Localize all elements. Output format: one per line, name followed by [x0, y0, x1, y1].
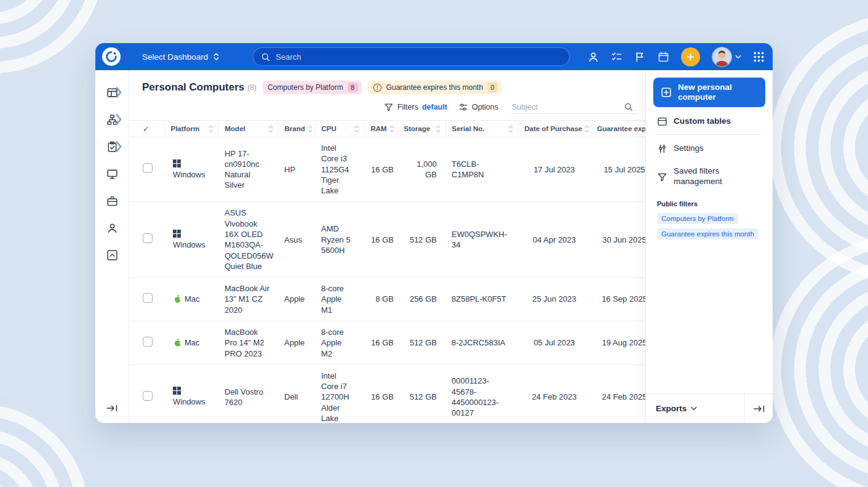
filters-label: Filters — [397, 103, 418, 111]
brand-cell: Apple — [278, 278, 315, 321]
model-cell: MacBook Pro 14" M2 PRO 2023 — [218, 321, 278, 364]
sort-icon — [389, 125, 394, 133]
column-header[interactable]: Model — [218, 121, 278, 137]
chevron-right-icon — [113, 114, 125, 126]
public-filter-chip[interactable]: Computers by Platform — [657, 213, 738, 224]
rail-item-briefcase[interactable] — [95, 187, 129, 214]
ram-cell: 16 GB — [364, 321, 397, 364]
rail-item-tables[interactable] — [95, 79, 129, 106]
custom-tables-item[interactable]: Custom tables — [653, 107, 765, 132]
subject-search-input[interactable] — [512, 103, 620, 111]
brand-cell: HP — [278, 137, 315, 202]
chevron-right-icon — [113, 141, 125, 153]
add-button[interactable] — [681, 47, 700, 66]
settings-item[interactable]: Settings — [653, 137, 765, 159]
background-rings — [0, 391, 102, 487]
model-cell: HP 17-cn0910nc Natural Silver — [218, 137, 278, 202]
rail-item-person[interactable] — [95, 214, 129, 241]
left-rail-items — [95, 79, 129, 268]
logo-icon — [105, 50, 117, 63]
calendar-icon[interactable] — [658, 51, 669, 63]
brand-cell: Apple — [278, 321, 315, 364]
storage-cell: 512 GB — [397, 202, 445, 278]
serial-cell: T6CLB-C1MP8N — [445, 137, 518, 202]
custom-tables-icon — [657, 116, 667, 127]
record-count: (8) — [247, 83, 257, 92]
custom-tables-label: Custom tables — [674, 116, 731, 127]
settings-label: Settings — [674, 143, 704, 154]
public-filters-list: Computers by PlatformGuarantee expires t… — [653, 213, 765, 239]
row-checkbox[interactable] — [143, 391, 153, 401]
column-header[interactable]: CPU — [315, 121, 364, 137]
app-logo[interactable] — [102, 47, 121, 66]
column-header[interactable]: RAM — [364, 121, 397, 137]
select-all-header[interactable]: ✓ — [129, 121, 164, 137]
row-checkbox[interactable] — [143, 163, 153, 173]
table-row[interactable]: WindowsDell Vostro 7620DellIntel Core i7… — [129, 364, 645, 423]
avatar[interactable] — [712, 47, 732, 67]
table-row[interactable]: MacMacBook Pro 14" M2 PRO 2023Apple8-cor… — [129, 321, 645, 364]
column-header[interactable]: Date of Purchase — [518, 121, 591, 137]
table-row[interactable]: MacMacBook Air 13" M1 CZ 2020Apple8-core… — [129, 278, 645, 321]
options-icon — [458, 102, 468, 112]
row-checkbox[interactable] — [143, 337, 153, 347]
platform-cell: Mac — [173, 294, 213, 304]
subject-search[interactable] — [509, 100, 635, 114]
new-personal-computer-label: New personal computer — [678, 83, 758, 102]
chevron-right-icon — [113, 87, 125, 99]
sort-icon — [209, 125, 213, 133]
apps-grid-icon[interactable] — [753, 51, 765, 63]
badge-label: Guarantee expires this month — [386, 83, 483, 92]
cpu-cell: AMD Ryzen 5 5600H — [315, 202, 364, 278]
rail-item-collapse[interactable] — [95, 241, 129, 268]
new-personal-computer-button[interactable]: New personal computer — [653, 78, 765, 107]
filter-badge[interactable]: Guarantee expires this month0 — [368, 81, 501, 94]
apple-icon — [173, 338, 181, 348]
dashboard-selector[interactable]: Select Dashboard — [142, 52, 220, 62]
briefcase-icon — [106, 195, 118, 207]
row-checkbox[interactable] — [143, 293, 153, 303]
table-row[interactable]: WindowsHP 17-cn0910nc Natural SilverHPIn… — [129, 137, 645, 202]
guarantee-date-cell: 16 Sep 2025 — [591, 278, 645, 321]
table-row[interactable]: WindowsASUS Vivobook 16X OLED M1603QA-QO… — [129, 202, 645, 278]
rail-item-computer[interactable] — [95, 160, 129, 187]
person-icon — [106, 222, 118, 234]
saved-filters-item[interactable]: Saved filters management — [653, 159, 765, 193]
public-filter-chip[interactable]: Guarantee expires this month — [657, 228, 759, 239]
column-header[interactable]: Storage — [397, 121, 445, 137]
options-control[interactable]: Options — [458, 102, 498, 112]
apple-icon — [173, 294, 181, 304]
platform-cell: Mac — [173, 337, 213, 348]
filter-badge[interactable]: Computers by Platform8 — [263, 81, 362, 94]
right-panel: New personal computer Custom tables Sett… — [645, 70, 773, 423]
funnel-icon — [384, 102, 394, 112]
filters-default-link[interactable]: default — [422, 103, 447, 111]
user-menu[interactable] — [712, 47, 741, 67]
rail-item-hierarchy[interactable] — [95, 106, 129, 133]
column-header[interactable]: Platform — [164, 121, 218, 137]
row-checkbox[interactable] — [143, 233, 153, 243]
rail-item-clipboard[interactable] — [95, 133, 129, 160]
column-header[interactable]: Guarantee expir — [591, 121, 645, 137]
expand-rail-button[interactable] — [95, 393, 129, 423]
chevron-down-icon — [691, 406, 697, 411]
column-header[interactable]: Serial No. — [445, 121, 518, 137]
tasks-icon[interactable] — [611, 51, 623, 63]
guarantee-date-cell: 15 Jul 2025 — [591, 137, 645, 202]
serial-cell: 8Z58PL-K0F5T — [445, 278, 518, 321]
page-badges: Computers by Platform8Guarantee expires … — [263, 81, 501, 94]
exports-control[interactable]: Exports — [646, 394, 744, 423]
flag-icon[interactable] — [634, 51, 646, 63]
filters-control[interactable]: Filters default — [384, 102, 447, 112]
storage-cell: 256 GB — [397, 278, 445, 321]
sort-icon — [308, 125, 313, 133]
badge-count: 8 — [348, 83, 358, 92]
user-icon[interactable] — [587, 51, 599, 63]
page-title: Personal Computers — [142, 81, 244, 94]
storage-cell: 512 GB — [397, 364, 445, 423]
purchase-date-cell: 05 Jul 2023 — [518, 321, 591, 364]
global-search[interactable] — [253, 47, 570, 66]
global-search-input[interactable] — [276, 52, 562, 62]
column-header[interactable]: Brand — [278, 121, 315, 137]
collapse-panel-button[interactable] — [744, 394, 773, 423]
